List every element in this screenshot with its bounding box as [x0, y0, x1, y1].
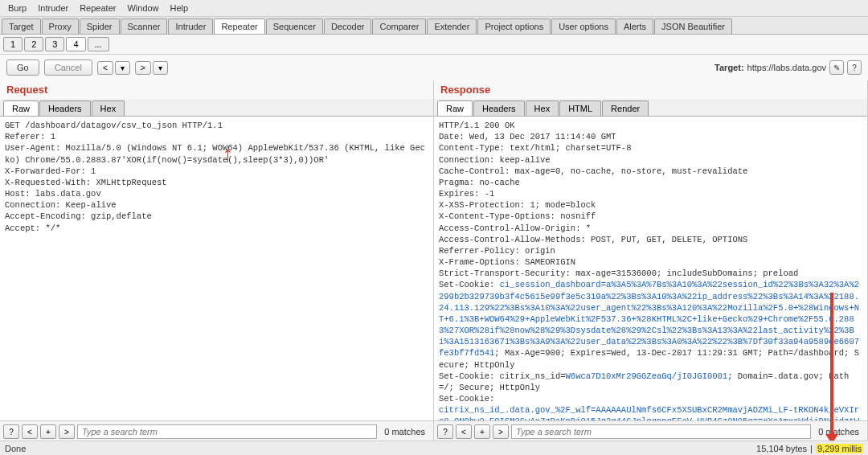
search-help-button[interactable]: ?	[3, 424, 19, 439]
request-view-tabs: Raw Headers Hex	[0, 99, 433, 117]
status-millis: 9,299 millis	[816, 444, 863, 453]
subtab-4[interactable]: 4	[66, 37, 85, 51]
nav-back-button[interactable]: <	[97, 61, 113, 75]
tab-sequencer[interactable]: Sequencer	[266, 18, 323, 34]
subtab-3[interactable]: 3	[45, 37, 64, 51]
repeater-subtabs: 1 2 3 4 ...	[0, 35, 868, 55]
menu-window[interactable]: Window	[122, 2, 163, 14]
search-add-button[interactable]: +	[474, 424, 490, 439]
response-searchbar: ? < + > 0 matches	[434, 420, 867, 442]
tab-extender[interactable]: Extender	[427, 18, 477, 34]
response-matches: 0 matches	[813, 427, 864, 437]
menu-repeater[interactable]: Repeater	[75, 2, 121, 14]
search-next-button[interactable]: >	[493, 424, 509, 439]
tab-target[interactable]: Target	[2, 18, 41, 34]
tab-project-options[interactable]: Project options	[477, 18, 551, 34]
tab-json-beautifier[interactable]: JSON Beautifier	[654, 18, 732, 34]
response-tab-headers[interactable]: Headers	[473, 100, 525, 116]
search-next-button[interactable]: >	[59, 424, 75, 439]
help-icon[interactable]: ?	[847, 60, 862, 75]
request-pane: Request Raw Headers Hex GET /dashboard/d…	[0, 80, 434, 442]
request-title: Request	[0, 80, 433, 99]
response-tab-render[interactable]: Render	[602, 100, 649, 116]
request-tab-headers[interactable]: Headers	[39, 100, 91, 116]
response-search-input[interactable]	[511, 424, 811, 439]
menubar: Burp Intruder Repeater Window Help	[0, 0, 868, 17]
menu-intruder[interactable]: Intruder	[33, 2, 73, 14]
tab-spider[interactable]: Spider	[80, 18, 120, 34]
tab-intruder[interactable]: Intruder	[168, 18, 213, 34]
response-tab-raw[interactable]: Raw	[437, 100, 473, 116]
go-button[interactable]: Go	[6, 59, 39, 76]
search-prev-button[interactable]: <	[22, 424, 38, 439]
tab-decoder[interactable]: Decoder	[324, 18, 372, 34]
response-tab-html[interactable]: HTML	[559, 100, 601, 116]
response-view-tabs: Raw Headers Hex HTML Render	[434, 99, 867, 117]
action-bar: Go Cancel < ▾ > ▾ Target: https://labs.d…	[0, 55, 868, 80]
request-searchbar: ? < + > 0 matches	[0, 420, 433, 442]
target-display: Target: https://labs.data.gov ✎ ?	[714, 60, 862, 75]
subtab-more[interactable]: ...	[88, 37, 109, 51]
nav-fwd-button[interactable]: >	[135, 61, 151, 75]
request-tab-hex[interactable]: Hex	[92, 100, 125, 116]
subtab-1[interactable]: 1	[3, 37, 23, 51]
cancel-button[interactable]: Cancel	[44, 59, 92, 76]
status-bytes: 15,104 bytes	[756, 444, 807, 453]
response-body[interactable]: HTTP/1.1 200 OK Date: Wed, 13 Dec 2017 1…	[434, 117, 867, 420]
request-matches: 0 matches	[379, 427, 430, 437]
status-bar: Done 15,104 bytes | 9,299 millis	[0, 441, 868, 455]
tab-proxy[interactable]: Proxy	[42, 18, 79, 34]
target-url: https://labs.data.gov	[747, 63, 826, 72]
response-title: Response	[434, 80, 867, 99]
response-pane: Response Raw Headers Hex HTML Render HTT…	[434, 80, 868, 442]
tab-repeater[interactable]: Repeater	[214, 18, 264, 34]
main-tabs: Target Proxy Spider Scanner Intruder Rep…	[0, 17, 868, 35]
search-prev-button[interactable]: <	[456, 424, 472, 439]
nav-back-drop[interactable]: ▾	[115, 61, 130, 75]
request-search-input[interactable]	[77, 424, 377, 439]
request-tab-raw[interactable]: Raw	[3, 100, 39, 116]
search-add-button[interactable]: +	[40, 424, 56, 439]
tab-scanner[interactable]: Scanner	[121, 18, 168, 34]
tab-user-options[interactable]: User options	[551, 18, 616, 34]
edit-target-icon[interactable]: ✎	[829, 60, 844, 75]
tab-alerts[interactable]: Alerts	[616, 18, 653, 34]
search-help-button[interactable]: ?	[437, 424, 453, 439]
subtab-2[interactable]: 2	[24, 37, 43, 51]
nav-fwd-drop[interactable]: ▾	[153, 61, 168, 75]
status-done: Done	[5, 444, 26, 453]
tab-comparer[interactable]: Comparer	[372, 18, 426, 34]
target-label: Target:	[714, 63, 743, 72]
menu-burp[interactable]: Burp	[3, 2, 31, 14]
menu-help[interactable]: Help	[166, 2, 194, 14]
request-body[interactable]: GET /dashboard/datagov/csv_to_json HTTP/…	[0, 117, 433, 420]
response-tab-hex[interactable]: Hex	[526, 100, 559, 116]
